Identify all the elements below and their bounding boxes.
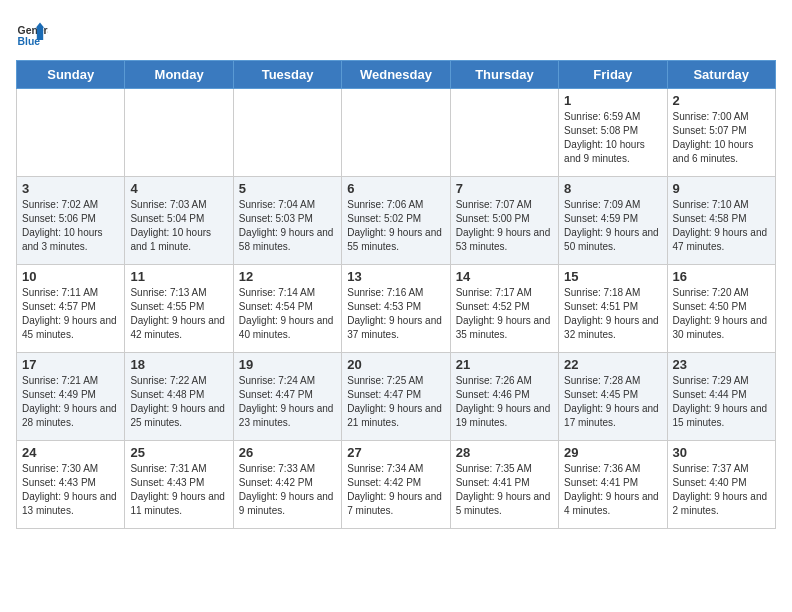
- day-number: 10: [22, 269, 119, 284]
- calendar-cell: 25Sunrise: 7:31 AM Sunset: 4:43 PM Dayli…: [125, 441, 233, 529]
- calendar-cell: 9Sunrise: 7:10 AM Sunset: 4:58 PM Daylig…: [667, 177, 775, 265]
- day-number: 24: [22, 445, 119, 460]
- day-info: Sunrise: 7:02 AM Sunset: 5:06 PM Dayligh…: [22, 198, 119, 254]
- calendar-cell: 14Sunrise: 7:17 AM Sunset: 4:52 PM Dayli…: [450, 265, 558, 353]
- day-info: Sunrise: 7:37 AM Sunset: 4:40 PM Dayligh…: [673, 462, 770, 518]
- day-number: 14: [456, 269, 553, 284]
- calendar-cell: 1Sunrise: 6:59 AM Sunset: 5:08 PM Daylig…: [559, 89, 667, 177]
- svg-text:General: General: [18, 25, 48, 36]
- calendar-cell: 2Sunrise: 7:00 AM Sunset: 5:07 PM Daylig…: [667, 89, 775, 177]
- day-number: 21: [456, 357, 553, 372]
- day-header-friday: Friday: [559, 61, 667, 89]
- day-number: 5: [239, 181, 336, 196]
- day-info: Sunrise: 7:04 AM Sunset: 5:03 PM Dayligh…: [239, 198, 336, 254]
- day-info: Sunrise: 7:33 AM Sunset: 4:42 PM Dayligh…: [239, 462, 336, 518]
- day-info: Sunrise: 7:25 AM Sunset: 4:47 PM Dayligh…: [347, 374, 444, 430]
- calendar-cell: 11Sunrise: 7:13 AM Sunset: 4:55 PM Dayli…: [125, 265, 233, 353]
- day-number: 2: [673, 93, 770, 108]
- day-number: 19: [239, 357, 336, 372]
- day-number: 18: [130, 357, 227, 372]
- day-info: Sunrise: 6:59 AM Sunset: 5:08 PM Dayligh…: [564, 110, 661, 166]
- calendar-header-row: SundayMondayTuesdayWednesdayThursdayFrid…: [17, 61, 776, 89]
- calendar-table: SundayMondayTuesdayWednesdayThursdayFrid…: [16, 60, 776, 529]
- day-info: Sunrise: 7:35 AM Sunset: 4:41 PM Dayligh…: [456, 462, 553, 518]
- calendar-cell: 30Sunrise: 7:37 AM Sunset: 4:40 PM Dayli…: [667, 441, 775, 529]
- day-number: 1: [564, 93, 661, 108]
- day-info: Sunrise: 7:31 AM Sunset: 4:43 PM Dayligh…: [130, 462, 227, 518]
- day-number: 6: [347, 181, 444, 196]
- calendar-cell: 28Sunrise: 7:35 AM Sunset: 4:41 PM Dayli…: [450, 441, 558, 529]
- calendar-cell: 4Sunrise: 7:03 AM Sunset: 5:04 PM Daylig…: [125, 177, 233, 265]
- logo-icon: General Blue: [16, 16, 48, 48]
- calendar-cell: [342, 89, 450, 177]
- day-number: 26: [239, 445, 336, 460]
- calendar-cell: 21Sunrise: 7:26 AM Sunset: 4:46 PM Dayli…: [450, 353, 558, 441]
- day-header-sunday: Sunday: [17, 61, 125, 89]
- calendar-week-1: 3Sunrise: 7:02 AM Sunset: 5:06 PM Daylig…: [17, 177, 776, 265]
- day-number: 3: [22, 181, 119, 196]
- calendar-week-0: 1Sunrise: 6:59 AM Sunset: 5:08 PM Daylig…: [17, 89, 776, 177]
- day-number: 30: [673, 445, 770, 460]
- day-info: Sunrise: 7:11 AM Sunset: 4:57 PM Dayligh…: [22, 286, 119, 342]
- day-number: 17: [22, 357, 119, 372]
- calendar-week-3: 17Sunrise: 7:21 AM Sunset: 4:49 PM Dayli…: [17, 353, 776, 441]
- day-info: Sunrise: 7:00 AM Sunset: 5:07 PM Dayligh…: [673, 110, 770, 166]
- day-info: Sunrise: 7:30 AM Sunset: 4:43 PM Dayligh…: [22, 462, 119, 518]
- day-number: 4: [130, 181, 227, 196]
- calendar-cell: 22Sunrise: 7:28 AM Sunset: 4:45 PM Dayli…: [559, 353, 667, 441]
- day-info: Sunrise: 7:24 AM Sunset: 4:47 PM Dayligh…: [239, 374, 336, 430]
- day-number: 27: [347, 445, 444, 460]
- day-number: 25: [130, 445, 227, 460]
- day-header-monday: Monday: [125, 61, 233, 89]
- page-header: General Blue: [16, 16, 776, 48]
- calendar-cell: 19Sunrise: 7:24 AM Sunset: 4:47 PM Dayli…: [233, 353, 341, 441]
- logo: General Blue: [16, 16, 48, 48]
- calendar-cell: 3Sunrise: 7:02 AM Sunset: 5:06 PM Daylig…: [17, 177, 125, 265]
- day-header-wednesday: Wednesday: [342, 61, 450, 89]
- day-info: Sunrise: 7:26 AM Sunset: 4:46 PM Dayligh…: [456, 374, 553, 430]
- day-number: 13: [347, 269, 444, 284]
- day-info: Sunrise: 7:36 AM Sunset: 4:41 PM Dayligh…: [564, 462, 661, 518]
- day-info: Sunrise: 7:17 AM Sunset: 4:52 PM Dayligh…: [456, 286, 553, 342]
- day-number: 23: [673, 357, 770, 372]
- calendar-cell: 6Sunrise: 7:06 AM Sunset: 5:02 PM Daylig…: [342, 177, 450, 265]
- day-info: Sunrise: 7:29 AM Sunset: 4:44 PM Dayligh…: [673, 374, 770, 430]
- day-number: 9: [673, 181, 770, 196]
- day-info: Sunrise: 7:18 AM Sunset: 4:51 PM Dayligh…: [564, 286, 661, 342]
- calendar-cell: 20Sunrise: 7:25 AM Sunset: 4:47 PM Dayli…: [342, 353, 450, 441]
- day-number: 28: [456, 445, 553, 460]
- day-info: Sunrise: 7:20 AM Sunset: 4:50 PM Dayligh…: [673, 286, 770, 342]
- calendar-cell: 24Sunrise: 7:30 AM Sunset: 4:43 PM Dayli…: [17, 441, 125, 529]
- calendar-cell: [233, 89, 341, 177]
- day-info: Sunrise: 7:28 AM Sunset: 4:45 PM Dayligh…: [564, 374, 661, 430]
- calendar-cell: 15Sunrise: 7:18 AM Sunset: 4:51 PM Dayli…: [559, 265, 667, 353]
- calendar-cell: [17, 89, 125, 177]
- day-number: 11: [130, 269, 227, 284]
- day-header-tuesday: Tuesday: [233, 61, 341, 89]
- day-number: 15: [564, 269, 661, 284]
- calendar-cell: 27Sunrise: 7:34 AM Sunset: 4:42 PM Dayli…: [342, 441, 450, 529]
- day-info: Sunrise: 7:13 AM Sunset: 4:55 PM Dayligh…: [130, 286, 227, 342]
- calendar-cell: 13Sunrise: 7:16 AM Sunset: 4:53 PM Dayli…: [342, 265, 450, 353]
- day-info: Sunrise: 7:10 AM Sunset: 4:58 PM Dayligh…: [673, 198, 770, 254]
- day-info: Sunrise: 7:21 AM Sunset: 4:49 PM Dayligh…: [22, 374, 119, 430]
- calendar-cell: 10Sunrise: 7:11 AM Sunset: 4:57 PM Dayli…: [17, 265, 125, 353]
- calendar-cell: 12Sunrise: 7:14 AM Sunset: 4:54 PM Dayli…: [233, 265, 341, 353]
- day-info: Sunrise: 7:16 AM Sunset: 4:53 PM Dayligh…: [347, 286, 444, 342]
- day-info: Sunrise: 7:22 AM Sunset: 4:48 PM Dayligh…: [130, 374, 227, 430]
- day-number: 16: [673, 269, 770, 284]
- day-number: 12: [239, 269, 336, 284]
- day-number: 8: [564, 181, 661, 196]
- day-header-thursday: Thursday: [450, 61, 558, 89]
- day-info: Sunrise: 7:03 AM Sunset: 5:04 PM Dayligh…: [130, 198, 227, 254]
- calendar-cell: 7Sunrise: 7:07 AM Sunset: 5:00 PM Daylig…: [450, 177, 558, 265]
- day-header-saturday: Saturday: [667, 61, 775, 89]
- day-number: 22: [564, 357, 661, 372]
- calendar-cell: 5Sunrise: 7:04 AM Sunset: 5:03 PM Daylig…: [233, 177, 341, 265]
- calendar-cell: 18Sunrise: 7:22 AM Sunset: 4:48 PM Dayli…: [125, 353, 233, 441]
- day-number: 7: [456, 181, 553, 196]
- calendar-cell: [450, 89, 558, 177]
- calendar-cell: 8Sunrise: 7:09 AM Sunset: 4:59 PM Daylig…: [559, 177, 667, 265]
- day-info: Sunrise: 7:06 AM Sunset: 5:02 PM Dayligh…: [347, 198, 444, 254]
- day-number: 20: [347, 357, 444, 372]
